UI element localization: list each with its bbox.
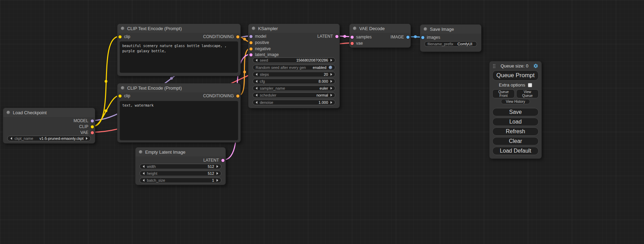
increment-arrow-icon[interactable] (330, 94, 332, 97)
increment-arrow-icon[interactable] (217, 179, 218, 182)
collapse-dot-icon[interactable] (121, 27, 124, 30)
queue-front-button[interactable]: Queue Front (492, 89, 515, 98)
vae-slot-dot[interactable] (91, 131, 94, 134)
conditioning-slot-dot[interactable] (236, 94, 239, 98)
widget-scheduler[interactable]: scheduler normal (253, 92, 335, 98)
increment-arrow-icon[interactable] (330, 101, 332, 104)
widget-ckpt-name[interactable]: ckpt_name v1-5-pruned-emaonly.ckpt (7, 136, 91, 141)
node-empty-latent-image[interactable]: Empty Latent Image LATENT width 512 heig… (135, 147, 226, 185)
increment-arrow-icon[interactable] (217, 165, 218, 168)
node-load-checkpoint[interactable]: Load Checkpoint MODEL CLIP VAE ckpt_name… (3, 108, 95, 144)
model-slot-dot[interactable] (249, 35, 253, 38)
output-slot-latent[interactable]: LATENT (203, 157, 224, 163)
widget-height[interactable]: height 512 (140, 171, 221, 176)
collapse-dot-icon[interactable] (139, 150, 142, 154)
node-title-bar[interactable]: Load Checkpoint (3, 108, 95, 117)
collapse-dot-icon[interactable] (7, 111, 10, 114)
collapse-dot-icon[interactable] (121, 86, 124, 90)
widget-random-seed-toggle[interactable]: Random seed after every gen enabled (253, 65, 335, 70)
conditioning-slot-dot[interactable] (249, 41, 253, 44)
output-slot-model[interactable]: MODEL (73, 118, 94, 124)
collapse-dot-icon[interactable] (252, 27, 255, 30)
widget-filename-prefix[interactable]: filename_prefix ComfyUI (424, 41, 477, 47)
image-slot-dot[interactable] (406, 36, 409, 39)
load-default-button[interactable]: Load Default (492, 147, 539, 155)
vae-slot-dot[interactable] (351, 42, 354, 45)
increment-arrow-icon[interactable] (330, 73, 332, 76)
node-title-bar[interactable]: VAE Decode (350, 24, 411, 33)
negative-prompt-textarea[interactable]: text, watermark (120, 101, 238, 141)
settings-gear-icon[interactable] (533, 63, 538, 69)
positive-prompt-textarea[interactable]: beautiful scenery nature glass bottle la… (120, 41, 238, 73)
input-slot-latent-image[interactable]: latent_image (249, 52, 279, 58)
latent-slot-dot[interactable] (335, 35, 338, 38)
decrement-arrow-icon[interactable] (256, 94, 257, 97)
widget-seed[interactable]: seed 156680208700286 (253, 57, 335, 63)
node-vae-decode[interactable]: VAE Decode samples vae IMAGE (349, 24, 411, 48)
clip-slot-dot[interactable] (91, 125, 94, 128)
widget-steps[interactable]: steps 20 (253, 72, 335, 77)
decrement-arrow-icon[interactable] (256, 87, 257, 90)
decrement-arrow-icon[interactable] (143, 179, 144, 182)
widget-denoise[interactable]: denoise 1.000 (253, 100, 335, 105)
toggle-knob-icon[interactable] (329, 66, 332, 69)
node-title-bar[interactable]: CLIP Text Encode (Prompt) (117, 24, 240, 33)
queue-prompt-button[interactable]: Queue Prompt (492, 70, 539, 81)
widget-sampler-name[interactable]: sampler_name euler (253, 85, 335, 91)
drag-handle-icon[interactable] (493, 64, 496, 69)
node-clip-text-encode-positive[interactable]: CLIP Text Encode (Prompt) clip CONDITION… (117, 24, 241, 76)
model-slot-dot[interactable] (91, 119, 94, 123)
input-slot-clip[interactable]: clip (118, 93, 130, 99)
output-slot-conditioning[interactable]: CONDITIONING (203, 34, 239, 40)
node-clip-text-encode-negative[interactable]: CLIP Text Encode (Prompt) clip CONDITION… (117, 83, 241, 143)
conditioning-slot-dot[interactable] (236, 35, 239, 38)
load-button[interactable]: Load (492, 118, 539, 126)
input-slot-images[interactable]: images (421, 34, 440, 40)
input-slot-negative[interactable]: negative (249, 46, 271, 52)
clip-slot-dot[interactable] (118, 35, 122, 38)
widget-cfg[interactable]: cfg 8.000 (253, 79, 335, 84)
node-title-bar[interactable]: Empty Latent Image (135, 147, 226, 156)
increment-arrow-icon[interactable] (330, 87, 332, 90)
input-slot-clip[interactable]: clip (118, 34, 130, 40)
view-history-button[interactable]: View History (501, 99, 530, 104)
decrement-arrow-icon[interactable] (10, 137, 12, 140)
latent-slot-dot[interactable] (249, 53, 253, 56)
output-slot-conditioning[interactable]: CONDITIONING (203, 93, 239, 99)
node-title-bar[interactable]: Save Image (420, 25, 481, 34)
input-slot-positive[interactable]: positive (249, 39, 269, 46)
clear-button[interactable]: Clear (492, 137, 539, 145)
latent-slot-dot[interactable] (221, 159, 224, 162)
collapse-dot-icon[interactable] (424, 27, 427, 31)
collapse-dot-icon[interactable] (353, 27, 356, 30)
node-title-bar[interactable]: KSampler (248, 24, 339, 33)
decrement-arrow-icon[interactable] (256, 73, 257, 76)
node-save-image[interactable]: Save Image images filename_prefix ComfyU… (420, 24, 482, 52)
extra-options-checkbox[interactable] (528, 83, 532, 87)
decrement-arrow-icon[interactable] (256, 59, 257, 62)
decrement-arrow-icon[interactable] (143, 172, 144, 175)
output-slot-clip[interactable]: CLIP (79, 124, 94, 130)
output-slot-latent[interactable]: LATENT (317, 33, 338, 39)
decrement-arrow-icon[interactable] (256, 101, 257, 104)
node-title-bar[interactable]: CLIP Text Encode (Prompt) (117, 83, 240, 92)
output-slot-image[interactable]: IMAGE (390, 34, 409, 40)
increment-arrow-icon[interactable] (330, 59, 332, 62)
decrement-arrow-icon[interactable] (256, 80, 257, 83)
increment-arrow-icon[interactable] (217, 172, 218, 175)
latent-slot-dot[interactable] (351, 36, 354, 39)
output-slot-vae[interactable]: VAE (80, 129, 94, 136)
increment-arrow-icon[interactable] (330, 80, 332, 83)
image-slot-dot[interactable] (421, 36, 424, 39)
increment-arrow-icon[interactable] (86, 137, 88, 140)
widget-width[interactable]: width 512 (140, 164, 221, 169)
clip-slot-dot[interactable] (118, 94, 122, 98)
input-slot-vae[interactable]: vae (351, 40, 363, 46)
save-button[interactable]: Save (492, 108, 539, 116)
conditioning-slot-dot[interactable] (249, 47, 253, 51)
widget-batch-size[interactable]: batch_size 1 (140, 178, 221, 183)
node-ksampler[interactable]: KSampler model positive negative latent_… (248, 24, 340, 108)
decrement-arrow-icon[interactable] (143, 165, 144, 168)
input-slot-model[interactable]: model (249, 33, 266, 39)
input-slot-samples[interactable]: samples (351, 34, 372, 40)
